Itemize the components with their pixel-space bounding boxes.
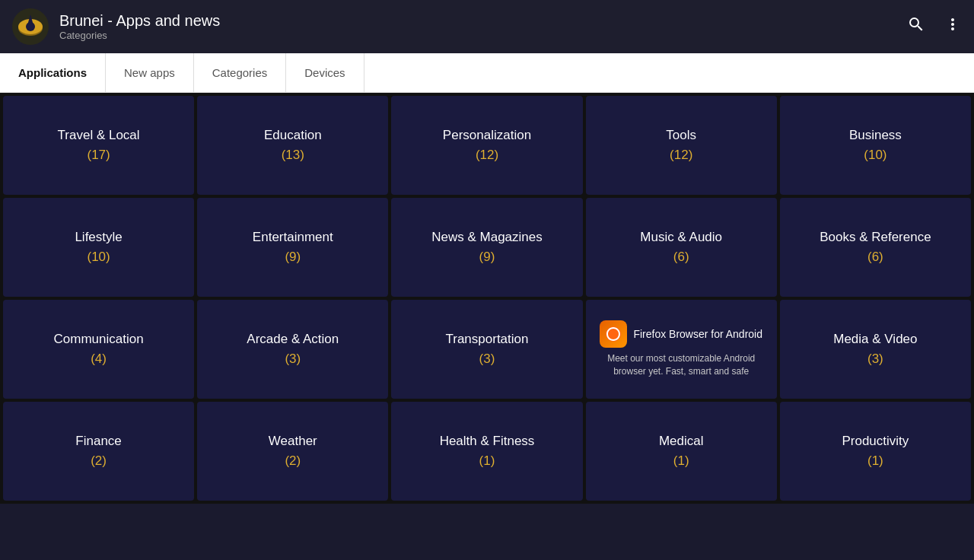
category-card-travel---local[interactable]: Travel & Local (17): [3, 96, 194, 195]
category-card-news---magazines[interactable]: News & Magazines (9): [391, 198, 582, 297]
category-card-entertainment[interactable]: Entertainment (9): [197, 198, 388, 297]
ad-app-icon: [600, 320, 627, 348]
category-count: (2): [91, 453, 107, 469]
category-name: Finance: [75, 434, 121, 449]
category-name: Health & Fitness: [440, 434, 535, 449]
category-count: (4): [91, 352, 107, 367]
category-card-personalization[interactable]: Personalization (12): [391, 96, 582, 195]
category-name: Arcade & Action: [247, 332, 339, 347]
category-name: Medical: [659, 434, 704, 449]
header-actions: [907, 15, 962, 38]
category-name: Travel & Local: [58, 128, 140, 143]
category-name: News & Magazines: [431, 230, 543, 245]
category-count: (9): [479, 250, 495, 265]
category-name: Personalization: [443, 128, 531, 143]
tab-devices[interactable]: Devices: [286, 53, 364, 92]
category-name: Business: [849, 128, 902, 143]
category-count: (12): [476, 148, 498, 163]
app-logo: [12, 8, 49, 45]
tab-applications[interactable]: Applications: [0, 53, 106, 92]
header-title-group: Brunei - Apps and news Categories: [59, 12, 907, 41]
category-card-weather[interactable]: Weather (2): [197, 402, 388, 501]
category-name: Weather: [269, 434, 317, 449]
ad-card-inner: Firefox Browser for Android Meet our mos…: [595, 320, 768, 378]
more-options-icon[interactable]: [944, 15, 962, 38]
tab-categories[interactable]: Categories: [194, 53, 287, 92]
category-count: (3): [479, 352, 495, 367]
category-name: Lifestyle: [75, 230, 122, 245]
category-card-business[interactable]: Business (10): [780, 96, 971, 195]
category-count: (13): [282, 148, 304, 163]
category-card-books---reference[interactable]: Books & Reference (6): [780, 198, 971, 297]
category-card-arcade---action[interactable]: Arcade & Action (3): [197, 300, 388, 399]
header-subtitle: Categories: [59, 30, 907, 41]
category-name: Entertainment: [253, 230, 333, 245]
category-name: Communication: [54, 332, 144, 347]
category-card-productivity[interactable]: Productivity (1): [780, 402, 971, 501]
category-card-communication[interactable]: Communication (4): [3, 300, 194, 399]
category-name: Books & Reference: [820, 230, 931, 245]
category-count: (1): [479, 453, 495, 469]
ad-description: Meet our most customizable Android brows…: [595, 352, 768, 378]
category-name: Transportation: [446, 332, 529, 347]
category-card-transportation[interactable]: Transportation (3): [391, 300, 582, 399]
category-card-health---fitness[interactable]: Health & Fitness (1): [391, 402, 582, 501]
category-name: Music & Audio: [640, 230, 722, 245]
category-count: (9): [285, 250, 301, 265]
category-card-education[interactable]: Education (13): [197, 96, 388, 195]
search-icon[interactable]: [907, 15, 925, 38]
categories-grid: Travel & Local (17) Education (13) Perso…: [0, 93, 974, 504]
svg-point-3: [26, 22, 35, 31]
ad-card[interactable]: Firefox Browser for Android Meet our mos…: [586, 300, 777, 399]
tab-new-apps[interactable]: New apps: [106, 53, 194, 92]
category-count: (1): [867, 453, 883, 469]
category-count: (10): [87, 250, 110, 265]
category-card-media---video[interactable]: Media & Video (3): [780, 300, 971, 399]
ad-title-row: Firefox Browser for Android: [600, 320, 762, 348]
category-name: Productivity: [842, 434, 909, 449]
header: Brunei - Apps and news Categories: [0, 0, 974, 53]
category-count: (1): [673, 453, 689, 469]
category-count: (12): [670, 148, 692, 163]
category-count: (6): [673, 250, 689, 265]
category-count: (2): [285, 453, 301, 469]
category-name: Tools: [666, 128, 696, 143]
category-card-music---audio[interactable]: Music & Audio (6): [586, 198, 777, 297]
header-title: Brunei - Apps and news: [59, 12, 907, 30]
nav-tabs: Applications New apps Categories Devices: [0, 53, 974, 93]
category-count: (3): [867, 352, 883, 367]
category-count: (6): [867, 250, 883, 265]
category-count: (17): [87, 148, 110, 163]
category-card-medical[interactable]: Medical (1): [586, 402, 777, 501]
category-card-lifestyle[interactable]: Lifestyle (10): [3, 198, 194, 297]
category-name: Media & Video: [833, 332, 917, 347]
ad-app-name: Firefox Browser for Android: [633, 328, 762, 340]
category-count: (10): [864, 148, 886, 163]
category-name: Education: [264, 128, 322, 143]
category-card-tools[interactable]: Tools (12): [586, 96, 777, 195]
category-count: (3): [285, 352, 301, 367]
category-card-finance[interactable]: Finance (2): [3, 402, 194, 501]
